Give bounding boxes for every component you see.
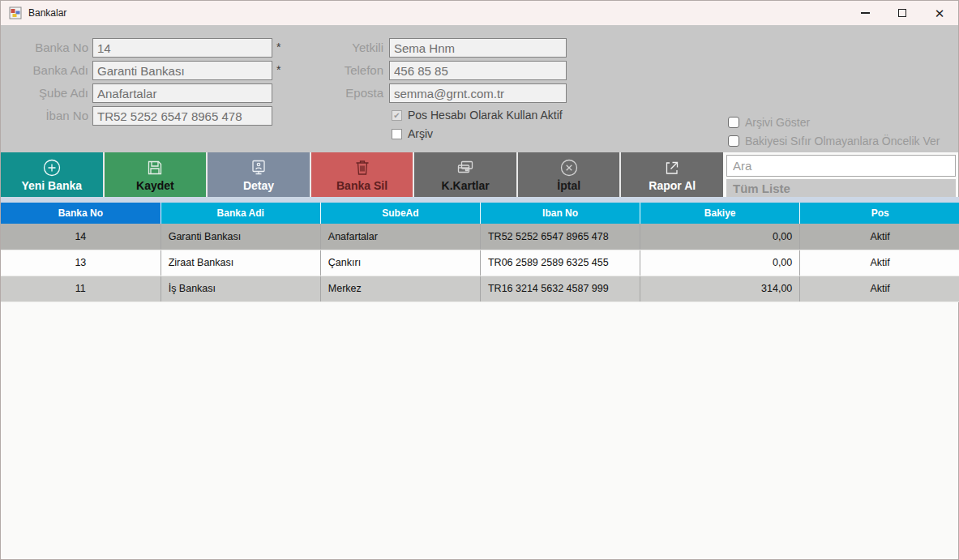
cell-subead: Anafartalar xyxy=(320,224,480,250)
column-header-banka-adi[interactable]: Banka Adi xyxy=(161,203,320,224)
rapor-al-label: Rapor Al xyxy=(649,179,696,192)
monitor-icon xyxy=(249,158,268,177)
banka-adi-label: Banka Adı xyxy=(1,63,88,77)
iban-no-label: İban No xyxy=(1,109,88,122)
iban-no-input[interactable] xyxy=(92,106,272,126)
bakiye-oncelik-label: Bakiyesi Sıfır Olmayanlara Öncelik Ver xyxy=(745,135,940,147)
minimize-button[interactable] xyxy=(846,1,884,25)
cell-iban-no: TR16 3214 5632 4587 999 xyxy=(480,276,640,301)
arsiv-checkbox-label: Arşiv xyxy=(408,127,433,140)
cell-bakiye: 314,00 xyxy=(640,276,800,301)
yeni-banka-label: Yeni Banka xyxy=(21,179,82,192)
banka-no-label: Banka No xyxy=(1,41,88,54)
detay-label: Detay xyxy=(243,179,274,192)
cell-banka-no: 11 xyxy=(1,276,161,301)
close-button[interactable]: ✕ xyxy=(921,1,958,25)
bank-form: Banka No Banka Adı Şube Adı İban No * * … xyxy=(1,25,958,152)
pos-hesabi-checkbox: ✔ xyxy=(392,110,402,121)
cell-banka-adi: İş Bankası xyxy=(161,276,320,301)
cell-banka-no: 14 xyxy=(1,224,161,250)
cell-banka-adi: Ziraat Bankası xyxy=(161,250,320,276)
minimize-icon xyxy=(861,12,870,13)
cell-pos: Aktif xyxy=(800,250,959,276)
table-row[interactable]: 11 İş Bankası Merkez TR16 3214 5632 4587… xyxy=(1,276,959,301)
table-header-row: Banka No Banka Adi SubeAd Iban No Bakiye… xyxy=(1,203,959,224)
cell-subead: Çankırı xyxy=(320,250,480,276)
yetkili-input[interactable] xyxy=(389,38,567,58)
arsiv-checkbox xyxy=(392,129,402,139)
detay-button[interactable]: Detay xyxy=(208,152,310,197)
arsivi-goster-checkbox xyxy=(728,117,739,128)
arsiv-checkbox-row[interactable]: Arşiv xyxy=(392,127,433,140)
toolbar-grid-divider xyxy=(1,197,959,203)
arsivi-goster-checkbox-row[interactable]: Arşivi Göster xyxy=(728,116,810,129)
list-filter-label: Tüm Liste xyxy=(733,182,790,195)
banka-sil-label: Banka Sil xyxy=(336,179,387,192)
trash-icon xyxy=(353,158,372,177)
save-icon xyxy=(145,158,165,177)
kaydet-label: Kaydet xyxy=(136,179,174,192)
arsivi-goster-label: Arşivi Göster xyxy=(745,116,810,129)
kkartlar-button[interactable]: K.Kartlar xyxy=(414,152,516,197)
plus-circle-icon xyxy=(42,158,62,177)
column-header-iban-no[interactable]: Iban No xyxy=(480,203,640,224)
banka-adi-input[interactable] xyxy=(92,61,272,80)
eposta-label: Eposta xyxy=(309,86,383,100)
list-filter-dropdown[interactable]: Tüm Liste xyxy=(726,179,956,197)
close-icon: ✕ xyxy=(935,7,945,19)
iptal-button[interactable]: İptal xyxy=(518,152,620,197)
kkartlar-label: K.Kartlar xyxy=(442,179,490,192)
telefon-label: Telefon xyxy=(309,63,383,77)
sube-adi-input[interactable] xyxy=(92,83,272,103)
rapor-al-button[interactable]: Rapor Al xyxy=(621,152,723,197)
export-icon xyxy=(662,158,682,177)
kaydet-button[interactable]: Kaydet xyxy=(105,152,207,197)
banks-table: Banka No Banka Adi SubeAd Iban No Bakiye… xyxy=(1,203,959,302)
table-row[interactable]: 13 Ziraat Bankası Çankırı TR06 2589 2589… xyxy=(1,250,959,276)
search-input[interactable] xyxy=(726,155,956,177)
table-row-selected[interactable]: 14 Garanti Bankası Anafartalar TR52 5252… xyxy=(1,224,959,250)
yeni-banka-button[interactable]: Yeni Banka xyxy=(1,152,103,197)
bakiye-oncelik-checkbox xyxy=(728,135,739,147)
sube-adi-label: Şube Adı xyxy=(1,86,88,100)
pos-hesabi-checkbox-label: Pos Hesabı Olarak Kullan Aktif xyxy=(408,109,563,122)
cell-subead: Merkez xyxy=(320,276,480,301)
column-header-bakiye[interactable]: Bakiye xyxy=(640,203,800,224)
credit-card-icon xyxy=(456,158,475,177)
cell-iban-no: TR52 5252 6547 8965 478 xyxy=(480,224,640,250)
telefon-input[interactable] xyxy=(389,61,567,80)
maximize-button[interactable] xyxy=(884,1,921,25)
column-header-pos[interactable]: Pos xyxy=(800,203,959,224)
banka-adi-required-marker: * xyxy=(276,63,280,76)
toolbar: Yeni Banka Kaydet Detay Banka Sil K.Kart… xyxy=(1,152,723,197)
cell-banka-no: 13 xyxy=(1,250,161,276)
cell-bakiye: 0,00 xyxy=(640,250,800,276)
cell-pos: Aktif xyxy=(800,224,959,250)
cell-banka-adi: Garanti Bankası xyxy=(161,224,320,250)
app-icon xyxy=(9,6,22,19)
cell-pos: Aktif xyxy=(800,276,959,301)
iptal-label: İptal xyxy=(557,179,580,192)
window-title: Bankalar xyxy=(28,7,66,19)
column-header-banka-no[interactable]: Banka No xyxy=(1,203,161,224)
window-controls: ✕ xyxy=(846,1,958,25)
bakiye-oncelik-checkbox-row[interactable]: Bakiyesi Sıfır Olmayanlara Öncelik Ver xyxy=(728,135,940,147)
cell-bakiye: 0,00 xyxy=(640,224,800,250)
column-header-subead[interactable]: SubeAd xyxy=(320,203,480,224)
yetkili-label: Yetkili xyxy=(309,41,383,54)
maximize-icon xyxy=(898,9,906,17)
banka-sil-button[interactable]: Banka Sil xyxy=(311,152,413,197)
banka-no-input[interactable] xyxy=(92,38,272,58)
title-bar: Bankalar ✕ xyxy=(1,1,958,25)
eposta-input[interactable] xyxy=(389,83,567,103)
bankalar-window: Bankalar ✕ Banka No Banka Adı Şube Adı İ… xyxy=(0,0,959,560)
banka-no-required-marker: * xyxy=(276,41,280,53)
x-circle-icon xyxy=(559,158,579,177)
cell-iban-no: TR06 2589 2589 6325 455 xyxy=(480,250,640,276)
pos-hesabi-checkbox-row[interactable]: ✔ Pos Hesabı Olarak Kullan Aktif xyxy=(392,109,563,122)
